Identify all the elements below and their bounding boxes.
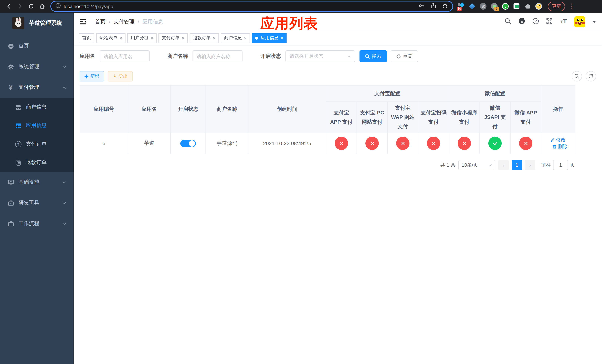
sidebar-item-merchant-info[interactable]: 商户信息 [0, 98, 74, 116]
search-button[interactable]: 搜索 [359, 50, 387, 62]
annotation-overlay: 应用列表 [260, 14, 318, 33]
col-wechat-mini: 微信小程序支付 [449, 102, 480, 133]
extension-kite-icon[interactable] [469, 3, 475, 10]
app-name-label: 应用名 [80, 53, 95, 60]
status-wechat-mini-icon [458, 137, 471, 150]
sidebar-item-home[interactable]: 首页 [0, 36, 74, 56]
pagination: 共 1 条 10条/页 ‹ 1 › 前往 页 [80, 160, 575, 170]
chevron-up-icon [62, 85, 66, 89]
chevron-down-icon [62, 201, 66, 205]
export-button[interactable]: 导出 [108, 71, 133, 81]
yen-icon: ¥ [7, 84, 14, 91]
tag-user-group[interactable]: 用户分组× [127, 33, 157, 43]
url-bar[interactable]: localhost:1024/pay/app [51, 1, 452, 11]
edit-link[interactable]: 修改 [550, 137, 566, 143]
chevron-down-icon [488, 163, 492, 167]
sidebar-item-workflow[interactable]: 工作流程 [0, 213, 74, 234]
browser-window: localhost:1024/pay/app 10 ⌘ 1 y [0, 0, 602, 364]
sidebar-item-infrastructure[interactable]: 基础设施 [0, 172, 74, 193]
extension-sketch-icon[interactable]: 10 [458, 3, 464, 10]
store-icon [15, 104, 22, 110]
extension-recorder-icon[interactable]: 1 [491, 3, 498, 10]
back-icon[interactable] [6, 3, 12, 9]
table-row: 6 芋道 芋道源码 2021-10-23 08:49:25 修改删 [80, 133, 575, 154]
next-page-button[interactable]: › [525, 160, 535, 170]
close-icon[interactable]: × [151, 35, 153, 41]
reload-icon[interactable] [28, 3, 34, 9]
tag-home[interactable]: 首页 [79, 33, 94, 43]
share-icon[interactable] [430, 3, 436, 10]
sidebar-item-refund-orders[interactable]: 退款订单 [0, 153, 74, 172]
help-icon[interactable]: ? [532, 18, 539, 26]
payment-submenu: 商户信息 应用信息 ¥ 支付订单 退款订单 [0, 98, 74, 172]
chevron-down-icon [347, 54, 351, 58]
browser-update-button[interactable]: 更新 [548, 2, 565, 11]
extension-y-icon[interactable]: y [502, 3, 509, 10]
extension-chat-icon[interactable] [513, 3, 520, 10]
extension-command-icon[interactable]: ⌘ [480, 3, 486, 10]
sidebar-collapse-icon[interactable] [80, 18, 87, 25]
tag-refund-orders[interactable]: 退款订单× [190, 33, 219, 43]
breadcrumb-home[interactable]: 首页 [95, 18, 106, 25]
tag-pay-orders[interactable]: 支付订单× [159, 33, 188, 43]
close-icon[interactable]: × [119, 35, 122, 41]
close-icon[interactable]: × [281, 35, 283, 41]
sidebar-item-system[interactable]: 系统管理 [0, 56, 74, 77]
col-wechat-jsapi: 微信 JSAPI 支付 [480, 102, 510, 133]
browser-menu-icon[interactable]: ⋮⋮⋮ [570, 3, 572, 9]
breadcrumb-payment[interactable]: 支付管理 [114, 18, 134, 25]
table-toolbar: 新增 导出 [80, 71, 596, 81]
page-number-button[interactable]: 1 [512, 160, 522, 170]
plus-icon [85, 74, 88, 78]
search-icon [574, 74, 580, 79]
edit-icon [550, 138, 555, 142]
status-label: 开启状态 [260, 53, 281, 60]
page-size-select[interactable]: 10条/页 [458, 160, 495, 170]
close-icon[interactable]: × [244, 35, 247, 41]
goto-page-input[interactable] [553, 160, 568, 170]
reset-button[interactable]: 重置 [391, 50, 418, 62]
status-select[interactable]: 请选择开启状态 [285, 50, 355, 62]
sidebar-item-dev-tools[interactable]: 研发工具 [0, 193, 74, 213]
extension-emoji-icon[interactable] [535, 3, 542, 10]
briefcase-icon [7, 200, 14, 206]
font-size-icon[interactable]: TT [560, 18, 567, 26]
site-info-icon[interactable] [55, 3, 61, 10]
avatar-caret-icon[interactable] [592, 21, 596, 25]
app-logo[interactable]: 芋道管理系统 [0, 13, 74, 32]
add-button[interactable]: 新增 [80, 71, 104, 81]
toggle-search-button[interactable] [572, 71, 582, 81]
github-icon[interactable] [518, 17, 525, 26]
chevron-down-icon [62, 222, 66, 226]
bookmark-star-icon[interactable] [442, 3, 448, 10]
tag-process-form[interactable]: 流程表单× [96, 33, 126, 43]
close-icon[interactable]: × [213, 35, 215, 41]
forward-icon[interactable] [17, 3, 23, 9]
sidebar-item-pay-orders[interactable]: ¥ 支付订单 [0, 135, 74, 153]
merchant-name-input[interactable] [193, 50, 243, 62]
tag-merchant-info[interactable]: 商户信息× [221, 33, 250, 43]
extension-badge: 1 [494, 7, 499, 11]
refresh-table-button[interactable] [586, 71, 596, 81]
chevron-down-icon [62, 65, 66, 69]
delete-link[interactable]: 删除 [552, 143, 568, 150]
col-alipay-qr: 支付宝扫码支付 [418, 102, 449, 133]
close-icon[interactable]: × [182, 35, 184, 41]
status-wechat-jsapi-icon [488, 137, 502, 150]
sidebar-item-payment[interactable]: ¥ 支付管理 [0, 77, 74, 98]
col-alipay-app: 支付宝 APP 支付 [326, 102, 357, 133]
search-icon[interactable] [505, 18, 511, 26]
cell-app-id: 6 [80, 133, 128, 154]
enable-switch[interactable] [180, 139, 196, 147]
app-name-input[interactable] [100, 50, 150, 62]
gear-icon [7, 64, 14, 70]
tag-app-info[interactable]: 应用信息× [252, 33, 287, 43]
password-key-icon[interactable] [418, 2, 425, 10]
extensions-puzzle-icon[interactable] [524, 3, 531, 10]
home-icon[interactable] [39, 3, 45, 9]
user-avatar[interactable] [574, 16, 585, 27]
fullscreen-icon[interactable] [546, 18, 553, 26]
col-alipay-pc: 支付宝 PC 网站支付 [357, 102, 387, 133]
sidebar-item-app-info[interactable]: 应用信息 [0, 116, 74, 135]
prev-page-button[interactable]: ‹ [498, 160, 509, 170]
